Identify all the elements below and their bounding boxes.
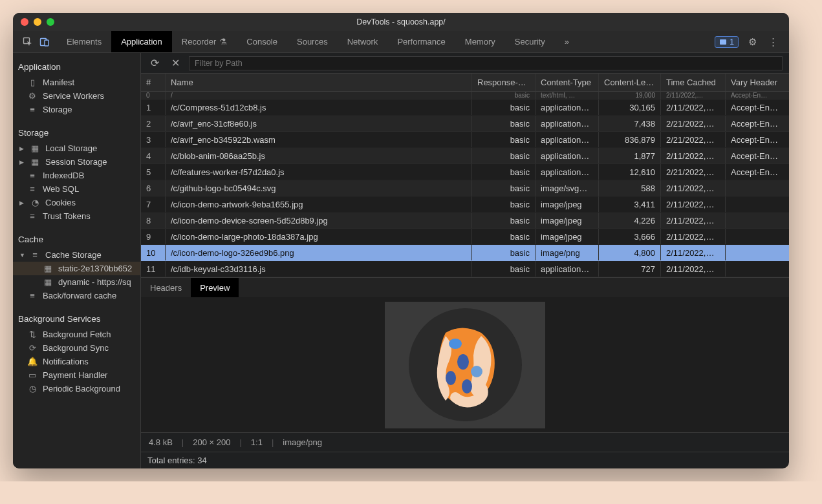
- preview-image: [409, 308, 522, 421]
- col-name[interactable]: Name: [166, 74, 472, 91]
- sidebar-item-local-storage[interactable]: ▶▦Local Storage: [13, 142, 140, 155]
- meta-dimensions: 200 × 200: [193, 437, 230, 447]
- sidebar-item-indexeddb[interactable]: ≡IndexedDB: [13, 169, 140, 182]
- col-response-type[interactable]: Response-…: [472, 74, 535, 91]
- kebab-menu-icon[interactable]: ⋮: [766, 35, 780, 49]
- sidebar-cache-entry-dynamic[interactable]: ▦dynamic - https://sq: [13, 275, 140, 289]
- table-row[interactable]: 10/c/icon-demo-logo-326ed9b6.pngbasicima…: [141, 245, 789, 261]
- cell: basic: [472, 164, 535, 180]
- cell: 3: [141, 132, 166, 147]
- sidebar-section-application: Application: [13, 58, 140, 76]
- col-content-length[interactable]: Content-Le…: [599, 74, 661, 91]
- sidebar-item-notifications[interactable]: 🔔Notifications: [13, 355, 140, 368]
- tab-recorder[interactable]: Recorder⚗: [172, 31, 237, 52]
- tab-sources[interactable]: Sources: [287, 31, 338, 52]
- sidebar-section-cache: Cache: [13, 231, 140, 248]
- table-row[interactable]: 0/basictext/html, …19,0002/11/2022,…Acce…: [141, 92, 789, 100]
- table-row[interactable]: 2/c/avif_enc-31cf8e60.jsbasicapplication…: [141, 116, 789, 132]
- sidebar-item-session-storage[interactable]: ▶▦Session Storage: [13, 155, 140, 169]
- tab-memory[interactable]: Memory: [455, 31, 505, 52]
- sidebar-item-periodic-bg[interactable]: ◷Periodic Background: [13, 382, 140, 395]
- cell: application…: [535, 148, 599, 163]
- table-row[interactable]: 4/c/blob-anim-086aa25b.jsbasicapplicatio…: [141, 148, 789, 164]
- table-row[interactable]: 7/c/icon-demo-artwork-9eba1655.jpgbasici…: [141, 196, 789, 213]
- detail-tab-headers[interactable]: Headers: [141, 278, 191, 297]
- svg-rect-2: [45, 40, 49, 46]
- svg-point-4: [449, 339, 462, 349]
- sidebar-item-storage[interactable]: ≡Storage: [13, 103, 140, 116]
- sidebar-item-cache-storage[interactable]: ▼≡Cache Storage: [13, 248, 140, 262]
- sidebar-item-manifest[interactable]: ▯Manifest: [13, 76, 140, 89]
- refresh-icon[interactable]: ⟳: [147, 56, 162, 70]
- tab-application[interactable]: Application: [111, 31, 172, 52]
- col-content-type[interactable]: Content-Type: [535, 74, 599, 91]
- tab-performance[interactable]: Performance: [387, 31, 455, 52]
- chevron-right-icon: ▶: [19, 145, 25, 152]
- settings-icon[interactable]: ⚙: [745, 35, 759, 49]
- detail-tab-preview[interactable]: Preview: [191, 278, 239, 297]
- tab-elements[interactable]: Elements: [57, 31, 111, 52]
- cell: 5: [141, 164, 166, 180]
- sidebar-item-payment-handler[interactable]: ▭Payment Handler: [13, 368, 140, 382]
- tab-network[interactable]: Network: [338, 31, 388, 52]
- sidebar-item-bg-sync[interactable]: ⟳Background Sync: [13, 341, 140, 355]
- cookie-icon: ◔: [30, 198, 40, 207]
- col-index[interactable]: #: [141, 74, 166, 91]
- sidebar-cache-entry-static[interactable]: ▦static-2e1370bb652: [13, 262, 140, 275]
- device-toolbar-icon[interactable]: [38, 35, 52, 49]
- cell: 588: [599, 180, 661, 196]
- cell: /c/idb-keyval-c33d3116.js: [166, 261, 472, 277]
- cell: /c/icon-demo-artwork-9eba1655.jpg: [166, 196, 472, 212]
- cell: 11: [141, 261, 166, 277]
- issues-badge[interactable]: 1: [715, 36, 739, 48]
- table-row[interactable]: 9/c/icon-demo-large-photo-18da387a.jpgba…: [141, 229, 789, 245]
- meta-ratio: 1:1: [251, 437, 263, 447]
- cell: 4,800: [599, 245, 661, 260]
- table-row[interactable]: 8/c/icon-demo-device-screen-5d52d8b9.jpg…: [141, 213, 789, 229]
- grid-icon: ▦: [30, 157, 40, 167]
- sidebar-item-bg-fetch[interactable]: ⇅Background Fetch: [13, 328, 140, 341]
- cell: basic: [472, 100, 535, 115]
- sidebar-item-websql[interactable]: ≡Web SQL: [13, 182, 140, 196]
- svg-point-5: [457, 354, 469, 370]
- table-row[interactable]: 11/c/idb-keyval-c33d3116.jsbasicapplicat…: [141, 261, 789, 277]
- delete-icon[interactable]: ✕: [168, 56, 182, 70]
- tab-security[interactable]: Security: [505, 31, 555, 52]
- col-vary-header[interactable]: Vary Header: [726, 74, 789, 91]
- cell: text/html, …: [535, 92, 599, 99]
- cell: 2/11/2022,…: [661, 196, 726, 212]
- table-row[interactable]: 1/c/Compress-51d12cb8.jsbasicapplication…: [141, 100, 789, 116]
- cell: /c/icon-demo-large-photo-18da387a.jpg: [166, 229, 472, 244]
- table-row[interactable]: 3/c/avif_enc-b345922b.wasmbasicapplicati…: [141, 132, 789, 148]
- cell: 2/11/2022,…: [661, 148, 726, 163]
- window-title: DevTools - squoosh.app/: [13, 17, 789, 26]
- cell: basic: [472, 132, 535, 147]
- preview-image-frame: [385, 302, 545, 428]
- cache-entry-details: Headers Preview: [141, 277, 789, 468]
- database-icon: ≡: [27, 291, 38, 300]
- filter-input[interactable]: [189, 56, 783, 70]
- inspect-element-icon[interactable]: [21, 35, 35, 49]
- sidebar-item-bfcache[interactable]: ≡Back/forward cache: [13, 289, 140, 302]
- sidebar-item-cookies[interactable]: ▶◔Cookies: [13, 196, 140, 209]
- cell: 0: [141, 92, 166, 99]
- cell: 30,165: [599, 100, 661, 115]
- table-row[interactable]: 6/c/github-logo-bc05494c.svgbasicimage/s…: [141, 180, 789, 196]
- cell: 12,610: [599, 164, 661, 180]
- sidebar-item-service-workers[interactable]: ⚙Service Workers: [13, 89, 140, 103]
- sidebar-item-trust-tokens[interactable]: ≡Trust Tokens: [13, 209, 140, 223]
- col-time-cached[interactable]: Time Cached: [661, 74, 726, 91]
- cell: basic: [472, 116, 535, 131]
- database-icon: ≡: [27, 105, 38, 114]
- cell: basic: [472, 180, 535, 196]
- more-tabs-button[interactable]: »: [555, 31, 579, 52]
- cell: 1: [141, 100, 166, 115]
- cell: 2/11/2022,…: [661, 261, 726, 277]
- table-row[interactable]: 5/c/features-worker-f57d2da0.jsbasicappl…: [141, 164, 789, 180]
- cell: 836,879: [599, 132, 661, 147]
- grid-icon: ▦: [43, 264, 53, 273]
- tab-console[interactable]: Console: [237, 31, 287, 52]
- svg-point-8: [471, 366, 482, 377]
- issues-icon: [719, 38, 727, 46]
- cell: 7,438: [599, 116, 661, 131]
